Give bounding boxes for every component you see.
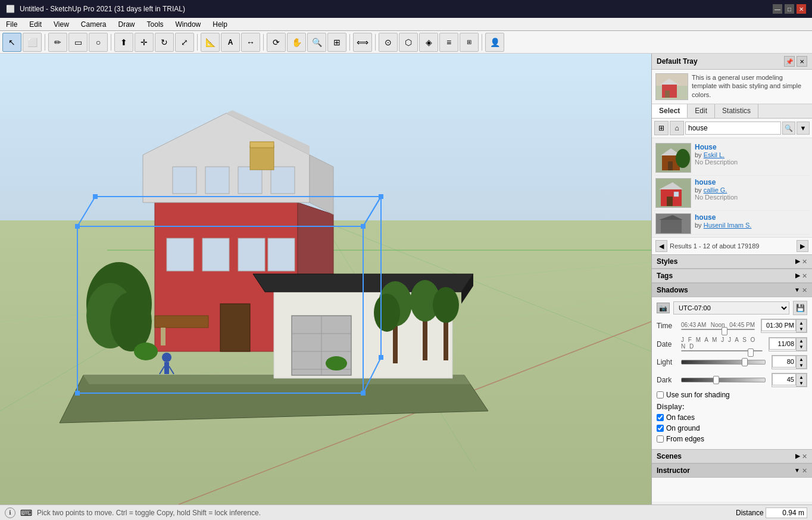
scene-svg bbox=[0, 54, 651, 505]
pencil-tool-button[interactable]: ✏ bbox=[48, 33, 67, 52]
eraser-tool-button[interactable]: ⬜ bbox=[23, 33, 42, 52]
scenes-section-header[interactable]: Scenes ▶ ✕ bbox=[652, 449, 812, 463]
shadows-body: 📷 UTC-07:00 💾 Time 06:43 AM Noon 04:45 P… bbox=[652, 297, 812, 449]
instructor-section-header[interactable]: Instructor ▼ ✕ bbox=[652, 463, 812, 478]
on-ground-checkbox[interactable] bbox=[657, 425, 664, 432]
dark-stepper-down[interactable]: ▼ bbox=[797, 380, 806, 386]
dimensions-tool-button[interactable]: ↔ bbox=[241, 33, 260, 52]
tab-statistics[interactable]: Statistics bbox=[715, 104, 758, 118]
shadow-disk-button[interactable]: 💾 bbox=[793, 301, 807, 315]
next-page-button[interactable]: ▶ bbox=[797, 240, 808, 252]
tab-edit[interactable]: Edit bbox=[688, 104, 715, 118]
time-slider-track[interactable] bbox=[681, 329, 755, 330]
tags-close-button[interactable]: ✕ bbox=[802, 272, 807, 280]
date-stepper-up[interactable]: ▲ bbox=[797, 338, 806, 344]
component-item[interactable]: house by Husenil Imam S. bbox=[654, 211, 810, 235]
tray-header: Default Tray 📌 ✕ bbox=[652, 54, 812, 70]
tags-section-header[interactable]: Tags ▶ ✕ bbox=[652, 269, 812, 283]
rotate-tool-button[interactable]: ↻ bbox=[155, 33, 174, 52]
component-desc-1: No Description bbox=[695, 158, 808, 166]
zoom-extents-button[interactable]: ⊞ bbox=[327, 33, 346, 52]
menu-item-window[interactable]: Window bbox=[170, 19, 207, 30]
push-pull-tool-button[interactable]: ⬆ bbox=[114, 33, 133, 52]
tray-title: Default Tray bbox=[657, 57, 698, 66]
add-person-button[interactable]: 👤 bbox=[485, 33, 504, 52]
timezone-select[interactable]: UTC-07:00 bbox=[673, 301, 789, 315]
maximize-button[interactable]: □ bbox=[785, 4, 794, 14]
light-stepper-down[interactable]: ▼ bbox=[797, 362, 806, 368]
shadows-section-header[interactable]: Shadows ▼ ✕ bbox=[652, 283, 812, 297]
use-sun-checkbox[interactable] bbox=[657, 391, 664, 398]
date-input[interactable] bbox=[769, 338, 796, 350]
scale-tool-button[interactable]: ⤢ bbox=[175, 33, 194, 52]
circle-tool-button[interactable]: ○ bbox=[89, 33, 108, 52]
grid-view-button[interactable]: ⊞ bbox=[654, 121, 669, 135]
tape-tool-button[interactable]: 📐 bbox=[201, 33, 220, 52]
from-edges-checkbox[interactable] bbox=[657, 435, 664, 443]
time-input[interactable] bbox=[761, 319, 796, 331]
time-stepper-up[interactable]: ▲ bbox=[797, 320, 806, 326]
dark-input[interactable] bbox=[772, 373, 796, 385]
light-input[interactable] bbox=[772, 356, 796, 368]
materials-button[interactable]: ⬡ bbox=[399, 33, 418, 52]
search-filter-button[interactable]: ▼ bbox=[797, 122, 810, 135]
orbit-tool-button[interactable]: ⟳ bbox=[267, 33, 286, 52]
prev-page-button[interactable]: ◀ bbox=[655, 240, 667, 252]
statusbar: ℹ ⌨ Pick two points to move. Ctrl = togg… bbox=[0, 505, 812, 520]
svg-marker-65 bbox=[660, 79, 679, 85]
component-item[interactable]: house by callie G. No Description bbox=[654, 176, 810, 211]
component-item[interactable]: House by Eskil L. No Description bbox=[654, 141, 810, 176]
menu-item-draw[interactable]: Draw bbox=[113, 19, 141, 30]
light-slider-track[interactable] bbox=[681, 360, 766, 365]
date-stepper-down[interactable]: ▼ bbox=[797, 344, 806, 350]
close-button[interactable]: ✕ bbox=[797, 4, 806, 14]
move-tool-button[interactable]: ✛ bbox=[135, 33, 154, 52]
date-slider-thumb[interactable] bbox=[748, 348, 754, 357]
instructor-close-button[interactable]: ✕ bbox=[802, 467, 807, 475]
shadows-close-button[interactable]: ✕ bbox=[802, 287, 807, 294]
results-text: Results 1 - 12 of about 179189 bbox=[670, 242, 794, 250]
on-faces-row: On faces bbox=[657, 413, 807, 422]
time-slider-thumb[interactable] bbox=[722, 327, 727, 335]
dark-slider-track[interactable] bbox=[681, 378, 766, 382]
rectangle-tool-button[interactable]: ▭ bbox=[68, 33, 88, 52]
pan-tool-button[interactable]: ✋ bbox=[287, 33, 306, 52]
menu-item-edit[interactable]: Edit bbox=[23, 19, 48, 30]
zoom-tool-button[interactable]: 🔍 bbox=[307, 33, 326, 52]
prev-next-button[interactable]: ⟺ bbox=[353, 33, 372, 52]
menu-item-camera[interactable]: Camera bbox=[75, 19, 113, 30]
select-tool-button[interactable]: ↖ bbox=[2, 33, 21, 52]
dark-slider-thumb[interactable] bbox=[713, 376, 719, 384]
styles-close-button[interactable]: ✕ bbox=[802, 258, 807, 266]
on-faces-checkbox[interactable] bbox=[657, 414, 664, 421]
menubar: FileEditViewCameraDrawToolsWindowHelp bbox=[0, 18, 812, 31]
info-icon[interactable]: ℹ bbox=[5, 507, 15, 518]
tab-select[interactable]: Select bbox=[652, 104, 688, 118]
scenes-close-button[interactable]: ✕ bbox=[802, 453, 807, 460]
svg-point-57 bbox=[162, 353, 171, 362]
outliner-button[interactable]: ⊞ bbox=[460, 33, 479, 52]
time-stepper-down[interactable]: ▼ bbox=[797, 326, 806, 332]
light-stepper-up[interactable]: ▲ bbox=[797, 356, 806, 362]
search-go-button[interactable]: 🔍 bbox=[782, 122, 795, 135]
components-button[interactable]: ⊙ bbox=[379, 33, 398, 52]
light-slider-thumb[interactable] bbox=[742, 358, 748, 366]
tray-close-button[interactable]: ✕ bbox=[797, 56, 807, 67]
date-slider-track[interactable] bbox=[681, 350, 763, 351]
menu-item-view[interactable]: View bbox=[48, 19, 75, 30]
component-search-input[interactable] bbox=[685, 122, 781, 135]
minimize-button[interactable]: — bbox=[773, 4, 782, 14]
viewport[interactable] bbox=[0, 54, 651, 505]
dark-stepper-up[interactable]: ▲ bbox=[797, 374, 806, 380]
home-button[interactable]: ⌂ bbox=[670, 121, 684, 135]
text-tool-button[interactable]: A bbox=[221, 33, 240, 52]
layers-button[interactable]: ≡ bbox=[439, 33, 458, 52]
styles-button[interactable]: ◈ bbox=[419, 33, 438, 52]
tray-pin-button[interactable]: 📌 bbox=[784, 56, 795, 67]
menu-item-file[interactable]: File bbox=[0, 19, 23, 30]
menu-item-tools[interactable]: Tools bbox=[141, 19, 170, 30]
shadow-cam-icon[interactable]: 📷 bbox=[657, 303, 670, 313]
menu-item-help[interactable]: Help bbox=[207, 19, 233, 30]
styles-section-header[interactable]: Styles ▶ ✕ bbox=[652, 254, 812, 269]
distance-input[interactable] bbox=[766, 507, 807, 518]
